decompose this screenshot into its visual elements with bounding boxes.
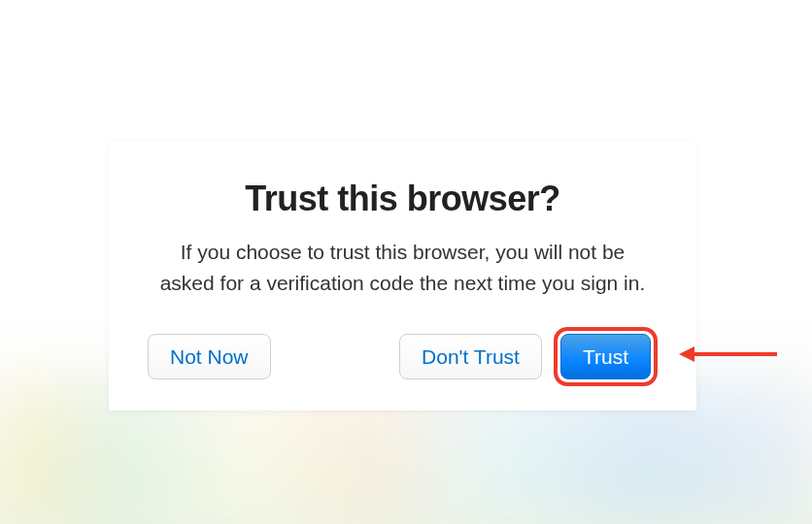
arrow-annotation <box>680 347 777 361</box>
dialog-actions: Not Now Don't Trust Trust <box>148 327 658 386</box>
dialog-body-text: If you choose to trust this browser, you… <box>148 237 658 298</box>
not-now-button[interactable]: Not Now <box>148 334 271 379</box>
dialog-title: Trust this browser? <box>148 179 658 219</box>
trust-browser-dialog: Trust this browser? If you choose to tru… <box>109 142 696 410</box>
arrow-line <box>694 352 777 356</box>
dont-trust-button[interactable]: Don't Trust <box>399 334 542 379</box>
arrow-head-icon <box>679 346 694 362</box>
dialog-actions-right: Don't Trust Trust <box>399 327 658 386</box>
trust-button[interactable]: Trust <box>560 334 651 379</box>
highlight-annotation: Trust <box>554 327 658 386</box>
